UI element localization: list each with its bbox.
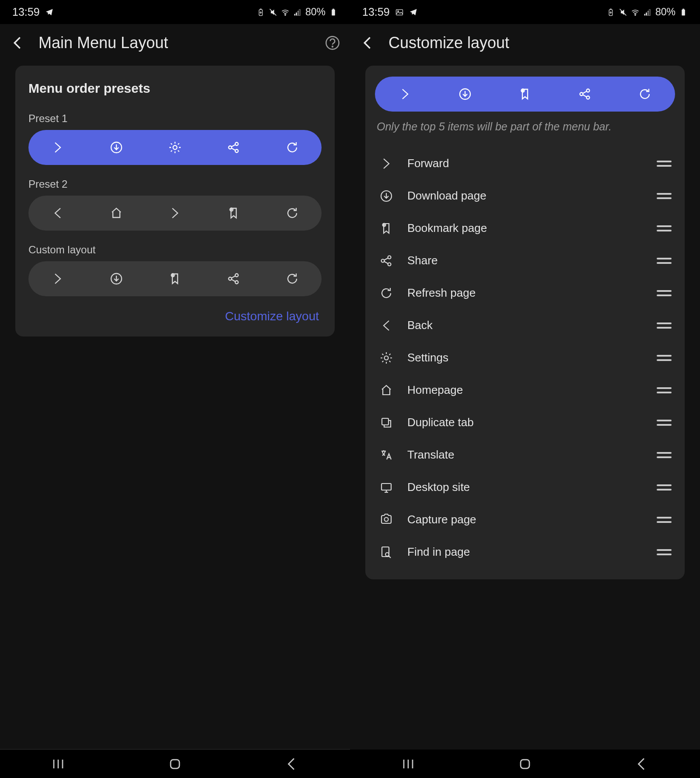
svg-rect-32	[299, 9, 301, 15]
svg-rect-47	[648, 11, 649, 15]
preset1-row[interactable]	[28, 130, 322, 165]
svg-line-27	[270, 9, 276, 15]
svg-rect-38	[171, 760, 179, 768]
hint-text: Only the top 5 items will be part of the…	[377, 119, 673, 134]
menu-item-row[interactable]: Duplicate tab	[375, 407, 675, 439]
menu-item-list: ForwardDownload pageBookmark pageShareRe…	[375, 147, 675, 568]
drag-handle-icon[interactable]	[657, 354, 672, 362]
share-icon	[226, 271, 242, 287]
drag-handle-icon[interactable]	[657, 257, 672, 265]
mute-icon	[619, 8, 627, 17]
download-icon	[108, 271, 124, 287]
menu-item-label: Desktop site	[407, 480, 644, 494]
menu-item-row[interactable]: Back	[375, 309, 675, 342]
home-icon	[108, 205, 124, 221]
svg-rect-34	[332, 8, 334, 9]
menu-item-label: Homepage	[407, 383, 644, 397]
preset2-row[interactable]	[28, 196, 322, 231]
nav-recents-button[interactable]	[399, 755, 417, 773]
gallery-icon	[395, 8, 404, 17]
menu-item-row[interactable]: Translate	[375, 439, 675, 471]
drag-handle-icon[interactable]	[657, 548, 672, 556]
menu-item-row[interactable]: Desktop site	[375, 471, 675, 504]
page-title: Customize layout	[388, 34, 690, 52]
menu-item-row[interactable]: Capture page	[375, 504, 675, 536]
customize-layout-link[interactable]: Customize layout	[28, 309, 322, 323]
nav-home-button[interactable]	[166, 755, 184, 773]
mute-icon	[269, 8, 277, 17]
wifi-icon	[631, 8, 640, 17]
back-icon	[378, 318, 394, 333]
settings-icon	[167, 140, 183, 155]
card-title: Menu order presets	[28, 81, 322, 96]
menu-item-label: Settings	[407, 351, 644, 364]
customize-card: Only the top 5 items will be part of the…	[365, 66, 685, 579]
drag-handle-icon[interactable]	[657, 160, 672, 168]
share-icon	[577, 86, 593, 102]
refresh-icon	[284, 205, 300, 221]
menu-item-label: Forward	[407, 157, 644, 170]
drag-handle-icon[interactable]	[657, 386, 672, 394]
preset1-label: Preset 1	[28, 112, 322, 125]
refresh-icon	[637, 86, 653, 102]
drag-handle-icon[interactable]	[657, 419, 672, 427]
back-button[interactable]	[10, 35, 25, 51]
system-nav-bar	[0, 750, 350, 778]
nav-back-button[interactable]	[283, 755, 301, 773]
svg-line-43	[620, 9, 626, 15]
home-icon	[378, 382, 394, 398]
menu-item-row[interactable]: Forward	[375, 147, 675, 180]
battery-percent: 80%	[305, 6, 326, 18]
bookmark-icon	[517, 86, 533, 102]
svg-rect-54	[521, 760, 529, 768]
svg-rect-29	[294, 14, 295, 15]
nav-recents-button[interactable]	[49, 755, 67, 773]
menu-item-label: Capture page	[407, 513, 644, 526]
drag-handle-icon[interactable]	[657, 516, 672, 524]
signal-icon	[643, 8, 652, 17]
back-button[interactable]	[360, 35, 375, 51]
menu-item-row[interactable]: Find in page	[375, 536, 675, 568]
app-bar: Customize layout	[350, 24, 700, 61]
wifi-icon	[281, 8, 290, 17]
battery-percent: 80%	[655, 6, 676, 18]
drag-handle-icon[interactable]	[657, 192, 672, 200]
forward-icon	[50, 140, 66, 155]
menu-item-row[interactable]: Share	[375, 245, 675, 277]
duplicate-icon	[378, 415, 394, 431]
help-button[interactable]	[325, 35, 340, 51]
menu-item-label: Refresh page	[407, 286, 644, 300]
back-icon	[50, 205, 66, 221]
drag-handle-icon[interactable]	[657, 289, 672, 297]
menu-item-label: Translate	[407, 448, 644, 462]
svg-rect-33	[332, 9, 335, 15]
custom-layout-row[interactable]	[28, 261, 322, 296]
status-time: 13:59	[12, 6, 40, 18]
preset2-label: Preset 2	[28, 178, 322, 190]
menu-item-row[interactable]: Bookmark page	[375, 212, 675, 245]
app-bar: Main Menu Layout	[0, 24, 350, 61]
menu-item-label: Back	[407, 319, 644, 332]
menu-item-label: Download page	[407, 189, 644, 203]
telegram-icon	[409, 8, 418, 17]
page-title: Main Menu Layout	[38, 34, 312, 52]
drag-handle-icon[interactable]	[657, 484, 672, 491]
status-bar: 13:59 80%	[0, 0, 350, 24]
menu-item-row[interactable]: Settings	[375, 342, 675, 374]
nav-back-button[interactable]	[633, 755, 651, 773]
battery-icon	[679, 8, 688, 17]
share-icon	[226, 140, 242, 155]
menu-item-label: Duplicate tab	[407, 416, 644, 429]
drag-handle-icon[interactable]	[657, 224, 672, 232]
battery-saver-icon	[256, 8, 265, 17]
custom-layout-label: Custom layout	[28, 244, 322, 256]
menu-item-row[interactable]: Download page	[375, 180, 675, 212]
nav-home-button[interactable]	[516, 755, 534, 773]
battery-icon	[329, 8, 338, 17]
drag-handle-icon[interactable]	[657, 451, 672, 459]
menu-item-row[interactable]: Refresh page	[375, 277, 675, 309]
telegram-icon	[45, 8, 54, 17]
drag-handle-icon[interactable]	[657, 322, 672, 329]
menu-item-row[interactable]: Homepage	[375, 374, 675, 407]
desktop-icon	[378, 480, 394, 495]
